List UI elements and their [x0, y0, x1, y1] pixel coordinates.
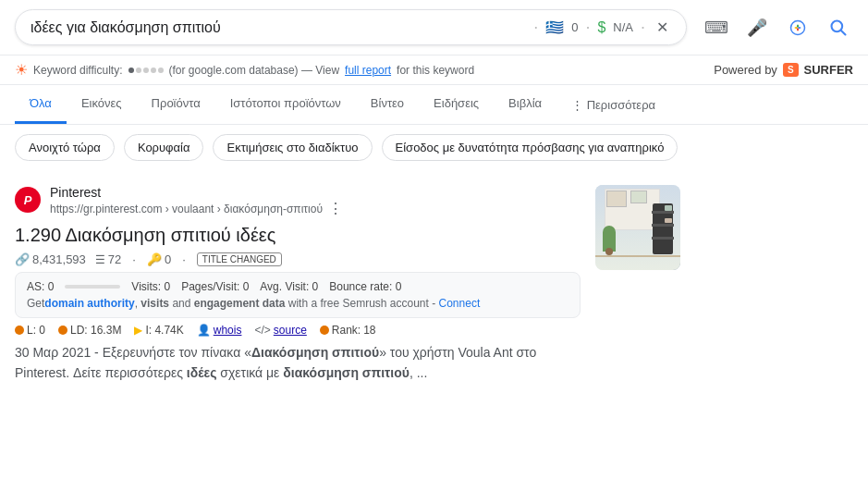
- pages-value: 72: [108, 252, 121, 266]
- seo-with: with a free Semrush account -: [285, 297, 438, 310]
- seo-row-1: AS: 0 Visits: 0 Pages/Visit: 0 Avg. Visi…: [27, 280, 568, 293]
- result-title-text: 290 Διακόσμηση σπιτιού ιδέες: [31, 225, 276, 245]
- seo-get: Get: [27, 297, 44, 310]
- kd-suffix: for this keyword: [397, 64, 474, 77]
- search-bar: ιδέες για διακόσμηση σπιτιού · 🇬🇷 0 · $ …: [0, 0, 868, 55]
- stat-sep-2: ·: [182, 252, 186, 266]
- desc-text-4: , ...: [410, 365, 427, 380]
- result-number: 1.: [15, 225, 31, 245]
- link-l: L: 0: [15, 324, 45, 337]
- search-icons: ⌨ 🎤: [702, 13, 853, 43]
- i-arrow-icon: ▶: [134, 324, 142, 337]
- flag-count: 0: [571, 20, 578, 34]
- link-source: </> source: [254, 324, 306, 337]
- seo-as: AS: 0: [27, 280, 54, 293]
- visits-value: 8,431,593: [32, 252, 86, 266]
- tab-images[interactable]: Εικόνες: [67, 85, 137, 124]
- kd-middle: (for google.com database) — View: [169, 64, 340, 77]
- chip-online[interactable]: Εκτιμήσεις στο διαδίκτυο: [213, 134, 372, 161]
- pinterest-p-icon: P: [24, 193, 32, 207]
- link-row: L: 0 LD: 16.3M ▶ I: 4.74K 👤 whois: [15, 324, 581, 337]
- desc-text-1: - Εξερευνήστε τον πίνακα «: [91, 345, 251, 360]
- link-ld: LD: 16.3M: [58, 324, 121, 337]
- tab-books[interactable]: Βιβλία: [494, 85, 556, 124]
- filter-chips: Ανοιχτό τώρα Κορυφαία Εκτιμήσεις στο δια…: [0, 125, 868, 170]
- seo-visits-label: visits: [141, 297, 169, 310]
- search-input[interactable]: ιδέες για διακόσμηση σπιτιού: [31, 19, 526, 36]
- i-value: I: 4.74K: [145, 324, 183, 337]
- divider-3: ·: [641, 18, 645, 37]
- chip-open-now[interactable]: Ανοιχτό τώρα: [15, 134, 115, 161]
- result-url-row: https://gr.pinterest.com › voulaant › δι…: [50, 200, 343, 217]
- keyword-bar: ☀ Keyword difficulty: (for google.com da…: [0, 55, 868, 85]
- dollar-icon: $: [597, 19, 605, 36]
- kd-dots: [128, 68, 164, 73]
- stats-row: 🔗 8,431,593 ☰ 72 · 🔑 0 · TITLE CHANGED: [15, 252, 581, 266]
- more-tabs-button[interactable]: ⋮ Περισσότερα: [556, 87, 670, 123]
- person-icon: 👤: [197, 324, 211, 337]
- tab-all[interactable]: Όλα: [15, 85, 67, 124]
- divider-2: ·: [585, 18, 590, 37]
- ld-icon: [58, 326, 67, 335]
- desc-bold-2: ιδέες: [187, 365, 217, 380]
- desc-date: 30 Μαρ 2021: [15, 345, 91, 360]
- seo-visits: Visits: 0: [131, 280, 170, 293]
- seo-and: and: [169, 297, 194, 310]
- stat-pages: ☰ 72: [95, 252, 121, 266]
- search-input-wrapper: ιδέες για διακόσμηση σπιτιού · 🇬🇷 0 · $ …: [15, 9, 687, 45]
- l-icon: [15, 326, 24, 335]
- dollar-value: N/A: [613, 20, 633, 34]
- l-value: L: 0: [27, 324, 45, 337]
- visits-icon: 🔗: [15, 252, 30, 266]
- clear-button[interactable]: ✕: [653, 18, 671, 37]
- source-link[interactable]: source: [274, 324, 307, 337]
- result-title[interactable]: 1.290 Διακόσμηση σπιτιού ιδέες: [15, 223, 581, 247]
- code-icon: </>: [254, 324, 270, 337]
- result-card: P Pinterest https://gr.pinterest.com › v…: [15, 185, 680, 384]
- svg-line-2: [841, 30, 846, 34]
- search-button[interactable]: [824, 13, 853, 43]
- result-options-icon[interactable]: ⋮: [328, 200, 343, 217]
- ld-value: LD: 16.3M: [70, 324, 121, 337]
- result-site-info: Pinterest https://gr.pinterest.com › vou…: [50, 185, 343, 217]
- result-content: P Pinterest https://gr.pinterest.com › v…: [15, 185, 581, 384]
- link-i: ▶ I: 4.74K: [134, 324, 183, 337]
- tab-product-sites[interactable]: Ιστότοποι προϊόντων: [215, 85, 356, 124]
- seo-connect-link[interactable]: Connect: [439, 297, 481, 310]
- flag-icon: 🇬🇷: [545, 18, 564, 36]
- desc-bold-1: Διακόσμηση σπιτιού: [251, 345, 379, 360]
- tab-news[interactable]: Ειδήσεις: [419, 85, 494, 124]
- surfer-logo-icon: S: [783, 63, 799, 77]
- mic-button[interactable]: 🎤: [742, 13, 772, 43]
- rank-value: 18: [363, 324, 375, 337]
- result-description: 30 Μαρ 2021 - Εξερευνήστε τον πίνακα «Δι…: [15, 342, 581, 384]
- seo-as-bar: [65, 285, 120, 289]
- keyboard-button[interactable]: ⌨: [702, 13, 731, 43]
- chip-accessible[interactable]: Είσοδος με δυνατότητα πρόσβασης για αναπ…: [382, 134, 679, 161]
- result-thumbnail[interactable]: [595, 185, 680, 270]
- lens-button[interactable]: [783, 13, 813, 43]
- link-rank: Rank: 18: [320, 324, 376, 337]
- seo-engagement: engagement data: [194, 297, 286, 310]
- seo-avg-visit: Avg. Visit: 0: [260, 280, 318, 293]
- pages-icon: ☰: [95, 253, 105, 266]
- tab-products[interactable]: Προϊόντα: [137, 85, 215, 124]
- kd-sun-icon: ☀: [15, 61, 28, 79]
- seo-domain-authority-link[interactable]: domain authority: [44, 297, 134, 310]
- nav-tabs: Όλα Εικόνες Προϊόντα Ιστότοποι προϊόντων…: [0, 85, 868, 125]
- divider-1: ·: [533, 18, 538, 37]
- rank-icon: [320, 326, 329, 335]
- chip-top[interactable]: Κορυφαία: [124, 134, 204, 161]
- surfer-badge: Powered by S SURFER: [714, 63, 853, 77]
- stat-keys: 🔑 0: [147, 252, 171, 266]
- surfer-prefix: Powered by: [714, 63, 777, 77]
- result-site-name: Pinterest: [50, 185, 343, 200]
- seo-row-2: Getdomain authority, visits and engageme…: [27, 297, 568, 310]
- surfer-label: SURFER: [804, 63, 853, 77]
- result-header: P Pinterest https://gr.pinterest.com › v…: [15, 185, 581, 217]
- whois-link[interactable]: whois: [214, 324, 242, 337]
- seo-box: AS: 0 Visits: 0 Pages/Visit: 0 Avg. Visi…: [15, 272, 581, 318]
- stat-sep-1: ·: [132, 252, 136, 266]
- tab-video[interactable]: Βίντεο: [356, 85, 419, 124]
- kd-full-report-link[interactable]: full report: [345, 64, 391, 77]
